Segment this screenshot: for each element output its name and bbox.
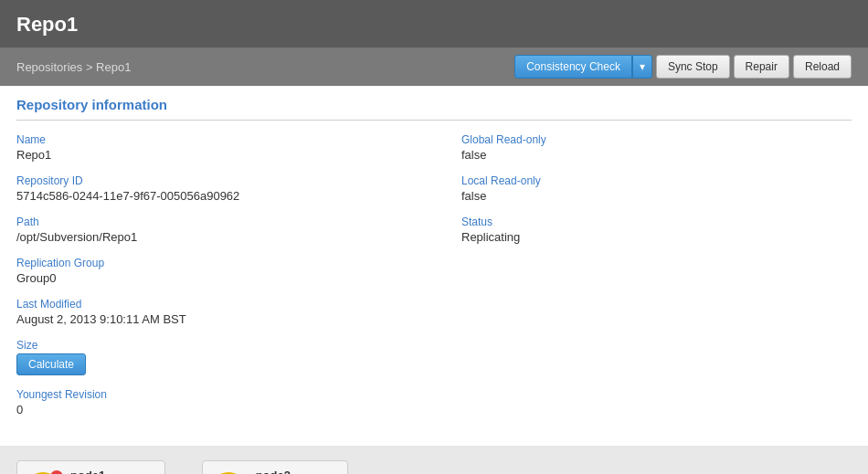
youngest-revision-label: Youngest Revision bbox=[16, 388, 407, 401]
repair-button[interactable]: Repair bbox=[734, 55, 789, 79]
last-modified-value: August 2, 2013 9:10:11 AM BST bbox=[16, 312, 407, 326]
repo-info-right: Global Read-only false Local Read-only f… bbox=[461, 133, 852, 429]
breadcrumb-repositories-link[interactable]: Repositories bbox=[16, 60, 82, 74]
breadcrumb-separator: > bbox=[86, 60, 93, 74]
global-readonly-value: false bbox=[461, 148, 852, 162]
status-item: Status Replicating bbox=[461, 216, 852, 244]
replication-group-item: Replication Group Group0 bbox=[16, 257, 407, 285]
breadcrumb: Repositories > Repo1 bbox=[16, 60, 131, 74]
sync-stop-button[interactable]: Sync Stop bbox=[656, 55, 730, 79]
breadcrumb-bar: Repositories > Repo1 Consistency Check ▾… bbox=[0, 47, 868, 86]
node2-card: AV node2 Active Voter ✓ 0 pending bbox=[202, 460, 348, 474]
path-label: Path bbox=[16, 216, 407, 228]
last-modified-item: Last Modified August 2, 2013 9:10:11 AM … bbox=[16, 298, 407, 326]
node1-name: node1 bbox=[70, 469, 152, 474]
header: Repo1 bbox=[0, 0, 868, 47]
name-value: Repo1 bbox=[16, 148, 407, 162]
youngest-revision-item: Youngest Revision 0 bbox=[16, 388, 407, 416]
node2-info: node2 Active Voter ✓ 0 pending bbox=[256, 469, 324, 474]
node2-name: node2 bbox=[256, 469, 324, 474]
replication-group-label: Replication Group bbox=[16, 257, 407, 269]
status-label: Status bbox=[461, 216, 852, 228]
calculate-button[interactable]: Calculate bbox=[16, 353, 86, 375]
status-value: Replicating bbox=[461, 230, 852, 244]
reload-button[interactable]: Reload bbox=[793, 55, 852, 79]
consistency-check-button[interactable]: Consistency Check bbox=[514, 55, 632, 79]
local-readonly-item: Local Read-only false bbox=[461, 174, 852, 203]
path-item: Path /opt/Subversion/Repo1 bbox=[16, 216, 407, 244]
node1-info: node1 Active Tie-breaker ✓ 0 pending bbox=[70, 469, 152, 474]
toolbar: Consistency Check ▾ Sync Stop Repair Rel… bbox=[514, 55, 852, 79]
repo-id-label: Repository ID bbox=[16, 174, 407, 187]
main-content: Repository information Name Repo1 Reposi… bbox=[0, 86, 868, 446]
repo-info-left: Name Repo1 Repository ID 5714c586-0244-1… bbox=[16, 133, 407, 429]
size-item: Size Calculate bbox=[16, 339, 407, 375]
page-title: Repo1 bbox=[16, 13, 852, 37]
local-readonly-value: false bbox=[461, 189, 852, 203]
repo-info-grid: Name Repo1 Repository ID 5714c586-0244-1… bbox=[16, 133, 852, 429]
breadcrumb-current: Repo1 bbox=[96, 60, 131, 74]
global-readonly-item: Global Read-only false bbox=[461, 133, 852, 162]
size-label: Size bbox=[16, 339, 407, 352]
global-readonly-label: Global Read-only bbox=[461, 133, 852, 146]
consistency-check-group: Consistency Check ▾ bbox=[514, 55, 652, 79]
local-readonly-label: Local Read-only bbox=[461, 174, 852, 187]
name-label: Name bbox=[16, 133, 407, 146]
name-item: Name Repo1 bbox=[16, 133, 407, 162]
last-modified-label: Last Modified bbox=[16, 298, 407, 311]
replication-group-value: Group0 bbox=[16, 271, 407, 285]
consistency-check-dropdown[interactable]: ▾ bbox=[632, 55, 652, 79]
section-title: Repository information bbox=[16, 86, 852, 121]
nodes-section: AV T node1 Active Tie-breaker ✓ 0 pendin… bbox=[0, 446, 868, 474]
youngest-revision-value: 0 bbox=[16, 403, 407, 416]
dropdown-arrow-icon: ▾ bbox=[640, 60, 645, 73]
node1-card: AV T node1 Active Tie-breaker ✓ 0 pendin… bbox=[16, 460, 165, 474]
node1-badge: T bbox=[50, 470, 63, 474]
repo-id-item: Repository ID 5714c586-0244-11e7-9f67-00… bbox=[16, 174, 407, 203]
repo-id-value: 5714c586-0244-11e7-9f67-005056a90962 bbox=[16, 189, 407, 203]
path-value: /opt/Subversion/Repo1 bbox=[16, 230, 407, 244]
